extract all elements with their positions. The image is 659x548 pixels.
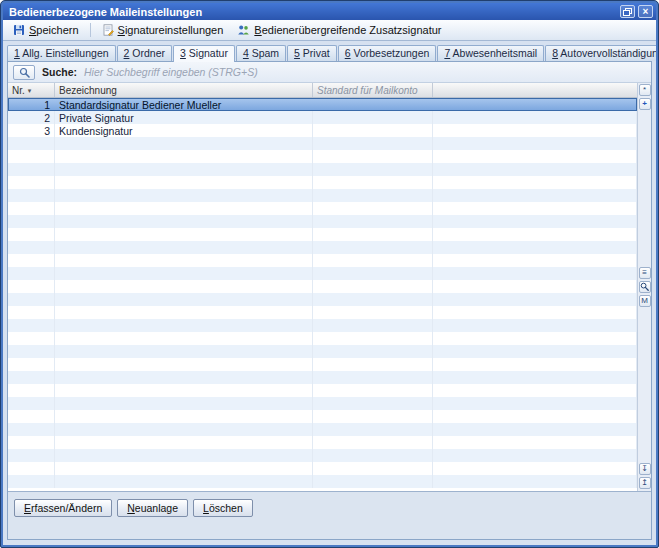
table-row-empty[interactable] bbox=[8, 410, 637, 423]
table-row-empty[interactable] bbox=[8, 280, 637, 293]
table-row-empty[interactable] bbox=[8, 137, 637, 150]
search-button[interactable] bbox=[13, 65, 35, 80]
jump-end-icon[interactable]: ↧ bbox=[639, 463, 651, 475]
table-row-empty[interactable] bbox=[8, 384, 637, 397]
zoom-icon[interactable] bbox=[639, 281, 651, 293]
tab-spam[interactable]: 4 Spam bbox=[236, 45, 286, 61]
favorites-icon[interactable]: * bbox=[639, 84, 651, 96]
edit-button[interactable]: Erfassen/Ändern bbox=[14, 499, 112, 517]
table-row-empty[interactable] bbox=[8, 397, 637, 410]
column-header-standard-mailkonto[interactable]: Standard für Mailkonto bbox=[313, 83, 433, 97]
table-row-empty[interactable] bbox=[8, 228, 637, 241]
cell-nr bbox=[8, 410, 55, 423]
cell-standard bbox=[313, 293, 433, 306]
table-row-empty[interactable] bbox=[8, 358, 637, 371]
cell-bezeichnung bbox=[55, 215, 313, 228]
cell-standard bbox=[313, 228, 433, 241]
cell-bezeichnung: Standardsignatur Bediener Mueller bbox=[55, 98, 313, 111]
tab-autovervollstaendigung[interactable]: 8 Autovervollständigung bbox=[545, 45, 656, 61]
tab-allg-einstellungen[interactable]: 1 Allg. Einstellungen bbox=[7, 45, 116, 61]
marker-icon[interactable]: M bbox=[639, 295, 651, 307]
jump-start-icon[interactable]: ↥ bbox=[639, 477, 651, 489]
delete-button[interactable]: Löschen bbox=[193, 499, 253, 517]
cell-nr bbox=[8, 137, 55, 150]
cell-nr bbox=[8, 319, 55, 332]
table-row-empty[interactable] bbox=[8, 332, 637, 345]
cell-extra bbox=[433, 436, 637, 449]
cell-bezeichnung bbox=[55, 228, 313, 241]
cell-bezeichnung bbox=[55, 436, 313, 449]
titlebar[interactable]: Bedienerbezogene Maileinstellungen × bbox=[3, 3, 656, 20]
cell-bezeichnung bbox=[55, 254, 313, 267]
restore-button[interactable] bbox=[620, 5, 635, 18]
table-body: 1Standardsignatur Bediener Mueller2Priva… bbox=[8, 98, 637, 491]
table-row-empty[interactable] bbox=[8, 306, 637, 319]
table-row-empty[interactable] bbox=[8, 189, 637, 202]
table-row-empty[interactable] bbox=[8, 462, 637, 475]
sort-indicator-icon: ▾ bbox=[28, 87, 32, 95]
cross-user-signature-icon bbox=[237, 24, 250, 36]
table-row-empty[interactable] bbox=[8, 150, 637, 163]
cell-bezeichnung bbox=[55, 319, 313, 332]
cell-standard bbox=[313, 436, 433, 449]
save-icon bbox=[13, 24, 25, 36]
magnifier-icon bbox=[19, 67, 30, 78]
column-header-bezeichnung[interactable]: Bezeichnung bbox=[55, 83, 313, 97]
table-row[interactable]: 2Private Signatur bbox=[8, 111, 637, 124]
cell-extra bbox=[433, 241, 637, 254]
cell-bezeichnung bbox=[55, 137, 313, 150]
table-row-empty[interactable] bbox=[8, 267, 637, 280]
tab-privat[interactable]: 5 Privat bbox=[287, 45, 337, 61]
columns-icon[interactable]: ≡ bbox=[639, 267, 651, 279]
cell-standard bbox=[313, 410, 433, 423]
cell-nr: 1 bbox=[8, 98, 55, 111]
table-row-empty[interactable] bbox=[8, 163, 637, 176]
new-button[interactable]: Neuanlage bbox=[117, 499, 188, 517]
cell-bezeichnung bbox=[55, 267, 313, 280]
table-row-empty[interactable] bbox=[8, 436, 637, 449]
cell-nr: 3 bbox=[8, 124, 55, 137]
cell-nr bbox=[8, 189, 55, 202]
cell-standard bbox=[313, 384, 433, 397]
cell-extra bbox=[433, 306, 637, 319]
tab-signatur[interactable]: 3 Signatur bbox=[173, 45, 235, 62]
table-row-empty[interactable] bbox=[8, 241, 637, 254]
table-row-empty[interactable] bbox=[8, 293, 637, 306]
table-row-empty[interactable] bbox=[8, 202, 637, 215]
add-icon[interactable]: + bbox=[639, 98, 651, 110]
table-row-empty[interactable] bbox=[8, 215, 637, 228]
cell-bezeichnung bbox=[55, 384, 313, 397]
cell-nr bbox=[8, 397, 55, 410]
cell-bezeichnung bbox=[55, 280, 313, 293]
table-row-empty[interactable] bbox=[8, 345, 637, 358]
cell-bezeichnung bbox=[55, 397, 313, 410]
cell-nr bbox=[8, 371, 55, 384]
save-button[interactable]: Speichern bbox=[7, 22, 85, 38]
close-button[interactable]: × bbox=[638, 5, 653, 18]
cross-user-signature-button[interactable]: Bedienerübergreifende Zusatzsignatur bbox=[231, 22, 447, 38]
cell-extra bbox=[433, 163, 637, 176]
cell-bezeichnung bbox=[55, 176, 313, 189]
table-row-empty[interactable] bbox=[8, 423, 637, 436]
table-row-empty[interactable] bbox=[8, 449, 637, 462]
tab-ordner[interactable]: 2 Ordner bbox=[117, 45, 172, 61]
cell-extra bbox=[433, 397, 637, 410]
table-row-empty[interactable] bbox=[8, 319, 637, 332]
table-row[interactable]: 1Standardsignatur Bediener Mueller bbox=[8, 98, 637, 111]
cell-standard bbox=[313, 423, 433, 436]
cell-bezeichnung bbox=[55, 358, 313, 371]
column-header-nr[interactable]: Nr. ▾ bbox=[8, 83, 55, 97]
cell-standard bbox=[313, 137, 433, 150]
tab-abwesenheitsmail[interactable]: 7 Abwesenheitsmail bbox=[437, 45, 544, 61]
cell-standard bbox=[313, 475, 433, 488]
table-row-empty[interactable] bbox=[8, 176, 637, 189]
client-area: Speichern Signatureinstellungen bbox=[3, 20, 656, 545]
table-row-empty[interactable] bbox=[8, 254, 637, 267]
table-row-empty[interactable] bbox=[8, 371, 637, 384]
table-row[interactable]: 3Kundensignatur bbox=[8, 124, 637, 137]
column-header-empty[interactable] bbox=[433, 83, 637, 97]
search-input[interactable]: Hier Suchbegriff eingeben (STRG+S) bbox=[84, 66, 258, 78]
signature-settings-button[interactable]: Signatureinstellungen bbox=[96, 22, 230, 38]
table-row-empty[interactable] bbox=[8, 475, 637, 488]
tab-vorbesetzungen[interactable]: 6 Vorbesetzungen bbox=[338, 45, 437, 61]
